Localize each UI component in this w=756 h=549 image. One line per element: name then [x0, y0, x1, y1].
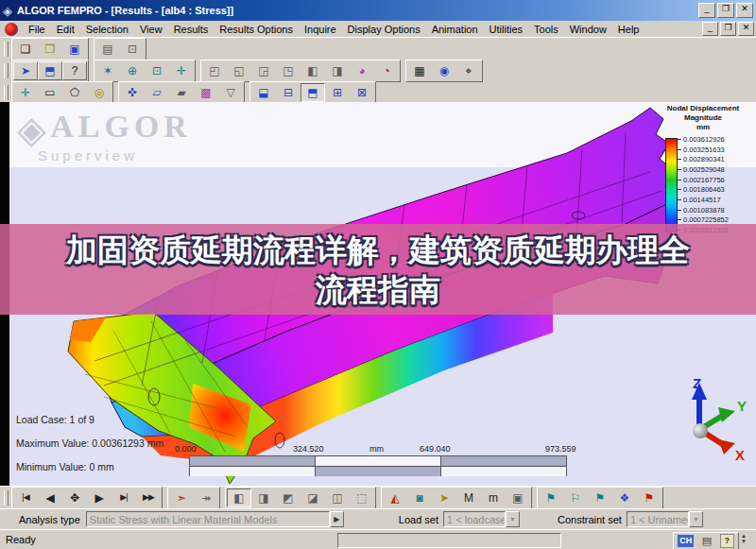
mesh-display-icon[interactable]: ⊞ [325, 83, 350, 102]
element-display-icon[interactable]: ⊠ [350, 83, 374, 102]
zoom-window-icon[interactable]: ⊡ [145, 61, 169, 80]
help-icon[interactable]: ? [62, 61, 87, 80]
constraint-set-combo[interactable]: 1 < Unnamed > [627, 511, 689, 527]
menu-results[interactable]: Results [168, 22, 215, 37]
contour-display-icon[interactable]: ⬒ [301, 83, 325, 102]
zoom-extents-icon[interactable]: ✶ [95, 61, 120, 80]
menu-animation[interactable]: Animation [426, 22, 484, 37]
menu-utilities[interactable]: Utilities [484, 22, 528, 37]
add-point-icon[interactable]: ✜ [120, 83, 145, 102]
presentation-icon[interactable]: ⬒ [38, 61, 62, 80]
next-frame-icon[interactable]: ▶| [112, 489, 136, 507]
open-file-icon[interactable]: ❐ [38, 40, 62, 59]
menu-display-options[interactable]: Display Options [342, 22, 426, 37]
max-marker-icon[interactable]: ◭ [383, 489, 407, 507]
pan-icon[interactable]: ✛ [169, 61, 194, 80]
menu-file[interactable]: File [23, 22, 51, 37]
view-left-icon[interactable]: ◧ [301, 61, 325, 80]
status-bar: Ready CH ▤ ? ▲ ▼ [0, 529, 756, 549]
spinner-down-icon[interactable]: ▼ [741, 539, 747, 544]
mdi-close-button[interactable]: ✕ [738, 22, 754, 36]
iso-view-2-icon[interactable]: ◔ [374, 61, 399, 80]
surface-display-icon[interactable]: ⬓ [251, 83, 276, 102]
restore-button[interactable]: ❐ [717, 3, 734, 18]
close-button[interactable]: ✕ [736, 3, 753, 18]
displaced-view-icon[interactable]: ◧ [227, 489, 251, 507]
menu-results-options[interactable]: Results Options [214, 22, 299, 37]
menu-tools[interactable]: Tools [528, 22, 564, 37]
previous-frame-icon[interactable]: ◀ [38, 489, 62, 507]
constraint-set-arrow-button[interactable]: ▼ [689, 511, 703, 527]
print-preview-icon[interactable]: ⊡ [120, 40, 145, 59]
analysis-type-combo[interactable]: Static Stress with Linear Material Model… [86, 511, 330, 527]
filter-icon[interactable]: ▽ [218, 83, 243, 102]
mdi-restore-button[interactable]: ❐ [720, 22, 736, 36]
play-icon[interactable]: ▶ [87, 489, 112, 507]
toolbar-grip[interactable] [4, 42, 9, 57]
minimize-button[interactable]: _ [698, 3, 715, 18]
show-maximum-icon[interactable]: M [456, 489, 481, 507]
menu-edit[interactable]: Edit [51, 22, 80, 37]
shaded-render-icon[interactable]: ◉ [432, 61, 456, 80]
first-frame-icon[interactable]: |◀ [13, 489, 38, 507]
load-set-combo[interactable]: 1 < loadcase1 > [443, 511, 506, 527]
ghost-view-icon[interactable]: ◫ [325, 489, 350, 507]
probe-4-icon[interactable]: ❖ [612, 489, 637, 507]
select-rectangle-icon[interactable]: ▭ [38, 83, 62, 102]
toolbar-grip[interactable] [4, 85, 9, 100]
view-right-icon[interactable]: ◨ [325, 61, 350, 80]
zoom-in-icon[interactable]: ⊕ [120, 61, 145, 80]
outline-view-icon[interactable]: ⬚ [350, 489, 374, 507]
print-icon[interactable]: ▤ [95, 40, 120, 59]
status-spinner[interactable]: ▲ ▼ [741, 533, 747, 544]
legend-toggle-icon[interactable]: ▣ [506, 489, 530, 507]
view-bottom-icon[interactable]: ◳ [276, 61, 301, 80]
current-frame-icon[interactable]: ✥ [62, 489, 87, 507]
analysis-type-arrow-button[interactable]: ▶ [330, 511, 344, 527]
language-badge[interactable]: CH [678, 535, 694, 547]
select-move-icon[interactable]: ✛ [13, 83, 38, 102]
edge-display-icon[interactable]: ⊟ [276, 83, 301, 102]
mdi-minimize-button[interactable]: _ [702, 22, 718, 36]
toolbar-grip[interactable] [4, 63, 9, 78]
animate-view-icon[interactable]: ◪ [301, 489, 325, 507]
legend-value: 0.003251633 [678, 146, 729, 154]
select-polygon-icon[interactable]: ⬠ [62, 83, 87, 102]
view-front-icon[interactable]: ◰ [202, 61, 227, 80]
probe-1-icon[interactable]: ⚑ [539, 489, 563, 507]
fast-forward-icon[interactable]: ↠ [194, 489, 218, 507]
view-back-icon[interactable]: ◱ [227, 61, 251, 80]
iso-view-icon[interactable]: ◕ [350, 61, 374, 80]
last-frame-icon[interactable]: ▶▶ [136, 489, 161, 507]
view-top-icon[interactable]: ◲ [251, 61, 276, 80]
animate-icon[interactable]: ➣ [169, 489, 194, 507]
ruler-label-3: 973.559 [545, 444, 576, 454]
zoom-circle-icon[interactable]: ◎ [87, 83, 112, 102]
show-minimum-icon[interactable]: m [481, 489, 506, 507]
menu-view[interactable]: View [134, 22, 168, 37]
menu-window[interactable]: Window [564, 22, 612, 37]
wireframe-cube-icon[interactable]: ▱ [145, 83, 169, 102]
menu-inquire[interactable]: Inquire [299, 22, 342, 37]
printer-icon[interactable]: ▤ [702, 535, 712, 547]
probe-5-icon[interactable]: ⚑ [637, 489, 662, 507]
results-viewport: ◈ ALGOR Superview [0, 102, 756, 486]
mesh-cube-icon[interactable]: ▩ [194, 83, 218, 102]
context-help-icon[interactable]: ➤ [13, 61, 38, 80]
new-file-icon[interactable]: ❏ [13, 40, 38, 59]
menu-help[interactable]: Help [612, 22, 645, 37]
probe-cursor-icon[interactable]: ➤ [432, 489, 456, 507]
toolbar-grip[interactable] [4, 490, 9, 506]
save-file-icon[interactable]: ▣ [62, 40, 87, 59]
camera-capture-icon[interactable]: ◙ [407, 489, 432, 507]
overlay-view-icon[interactable]: ◩ [276, 489, 301, 507]
shaded-cube-icon[interactable]: ▰ [169, 83, 194, 102]
find-icon[interactable]: ⌖ [456, 61, 481, 80]
probe-3-icon[interactable]: ⚑ [588, 489, 612, 507]
status-help-icon[interactable]: ? [720, 534, 734, 548]
undisplaced-view-icon[interactable]: ◨ [251, 489, 276, 507]
probe-2-icon[interactable]: ⚐ [563, 489, 588, 507]
load-set-arrow-button[interactable]: ▼ [506, 511, 520, 527]
pattern-view-icon[interactable]: ▦ [407, 61, 432, 80]
menu-selection[interactable]: Selection [80, 22, 134, 37]
